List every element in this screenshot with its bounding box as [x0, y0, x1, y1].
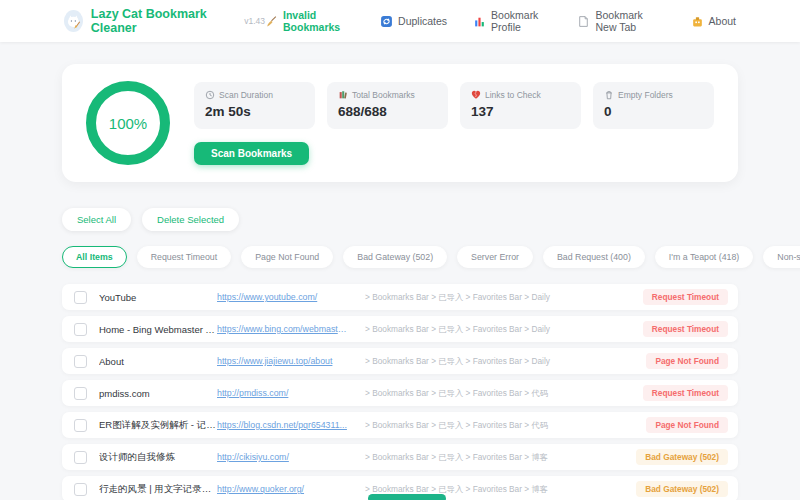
stat-links-to-check: Links to Check 137	[460, 82, 581, 129]
bookmark-row: YouTube https://www.youtube.com/ > Bookm…	[62, 284, 738, 310]
bookmark-folder-path: > Bookmarks Bar > 已导入 > Favorites Bar > …	[365, 356, 646, 367]
row-checkbox[interactable]	[74, 355, 87, 368]
stats-row: Scan Duration 2m 50s Total Book	[194, 82, 714, 129]
filter-chip[interactable]: Page Not Found	[241, 246, 333, 268]
about-icon	[691, 15, 704, 28]
status-badge: Bad Gateway (502)	[636, 449, 728, 465]
bookmark-title: About	[99, 356, 217, 367]
row-checkbox[interactable]	[74, 451, 87, 464]
trash-icon	[604, 90, 614, 100]
row-checkbox[interactable]	[74, 323, 87, 336]
bookmark-folder-path: > Bookmarks Bar > 已导入 > Favorites Bar > …	[365, 420, 646, 431]
bookmark-title: ER图详解及实例解析 - 记忆碎片的...	[99, 419, 217, 432]
scan-progress-ring: 100%	[86, 81, 170, 165]
books-icon	[338, 90, 348, 100]
bookmark-url-link[interactable]: http://pmdiss.com/	[217, 388, 351, 398]
stat-label: Empty Folders	[618, 90, 673, 100]
stat-value: 137	[471, 104, 570, 119]
stat-label: Scan Duration	[219, 90, 273, 100]
status-badge: Request Timeout	[643, 289, 728, 305]
filter-chip[interactable]: Non-standard Error (466)	[763, 246, 800, 268]
bookmark-folder-path: > Bookmarks Bar > 已导入 > Favorites Bar > …	[365, 452, 636, 463]
clock-icon	[205, 90, 215, 100]
row-checkbox[interactable]	[74, 483, 87, 496]
bookmark-url-link[interactable]: http://cikisiyu.com/	[217, 452, 351, 462]
cat-logo-icon	[64, 10, 83, 32]
nav-item-bookmark-profile[interactable]: Bookmark Profile	[473, 9, 551, 33]
nav-item-label: Duplicates	[398, 15, 447, 27]
app-brand: Lazy Cat Bookmark Cleaner v1.43	[64, 7, 265, 35]
bookmark-url-link[interactable]: https://blog.csdn.net/pqr654311...	[217, 420, 351, 430]
bottom-scroll-indicator[interactable]	[368, 494, 446, 500]
bookmark-row: 设计师的自我修炼 http://cikisiyu.com/ > Bookmark…	[62, 444, 738, 470]
app-version: v1.43	[244, 16, 265, 26]
status-badge: Page Not Found	[646, 353, 728, 369]
stat-label: Total Bookmarks	[352, 90, 415, 100]
duplicates-icon	[380, 15, 393, 28]
status-filter-bar: All Items Request Timeout Page Not Found…	[62, 246, 738, 268]
app-title: Lazy Cat Bookmark Cleaner	[91, 7, 232, 35]
scan-progress-value: 100%	[109, 115, 147, 132]
bookmark-url-link[interactable]: https://www.jiajiewu.top/about	[217, 356, 351, 366]
status-badge: Request Timeout	[643, 385, 728, 401]
bookmark-folder-path: > Bookmarks Bar > 已导入 > Favorites Bar > …	[365, 324, 643, 335]
stat-total-bookmarks: Total Bookmarks 688/688	[327, 82, 448, 129]
bookmark-title: pmdiss.com	[99, 388, 217, 399]
broken-heart-icon	[471, 90, 481, 100]
status-badge: Request Timeout	[643, 321, 728, 337]
bookmark-title: YouTube	[99, 292, 217, 303]
top-navbar: Lazy Cat Bookmark Cleaner v1.43 Invalid …	[0, 0, 800, 42]
nav-item-bookmark-new-tab[interactable]: Bookmark New Tab	[577, 9, 664, 33]
select-all-button[interactable]: Select All	[62, 208, 131, 231]
delete-selected-button[interactable]: Delete Selected	[142, 208, 239, 231]
stat-value: 0	[604, 104, 703, 119]
nav-item-label: Bookmark New Tab	[595, 9, 664, 33]
filter-chip[interactable]: Server Error	[457, 246, 533, 268]
filter-chip[interactable]: All Items	[62, 246, 127, 268]
bookmark-title: 行走的风景 | 用文字记录人生的风景	[99, 483, 217, 496]
row-checkbox[interactable]	[74, 387, 87, 400]
bookmark-url-link[interactable]: http://www.quoker.org/	[217, 484, 351, 494]
new-tab-page-icon	[577, 15, 590, 28]
scan-bookmarks-button[interactable]: Scan Bookmarks	[194, 142, 309, 165]
stat-empty-folders: Empty Folders 0	[593, 82, 714, 129]
row-checkbox[interactable]	[74, 419, 87, 432]
bookmark-row: pmdiss.com http://pmdiss.com/ > Bookmark…	[62, 380, 738, 406]
nav-menu: Invalid Bookmarks Duplicates	[265, 9, 736, 33]
filter-chip[interactable]: Request Timeout	[137, 246, 232, 268]
nav-item-label: Bookmark Profile	[491, 9, 551, 33]
status-badge: Bad Gateway (502)	[636, 481, 728, 497]
scan-summary-card: 100% Scan Duration 2m 50s	[62, 64, 738, 182]
bar-chart-icon	[473, 15, 486, 28]
stat-value: 2m 50s	[205, 104, 304, 119]
filter-chip[interactable]: I'm a Teapot (418)	[655, 246, 753, 268]
nav-item-about[interactable]: About	[691, 15, 736, 28]
nav-item-invalid-bookmarks[interactable]: Invalid Bookmarks	[265, 9, 354, 33]
bookmark-folder-path: > Bookmarks Bar > 已导入 > Favorites Bar > …	[365, 292, 643, 303]
bulk-actions: Select All Delete Selected	[62, 208, 738, 231]
stat-label: Links to Check	[485, 90, 541, 100]
bookmark-folder-path: > Bookmarks Bar > 已导入 > Favorites Bar > …	[365, 388, 643, 399]
broom-icon	[265, 15, 278, 28]
bookmark-title: 设计师的自我修炼	[99, 451, 217, 464]
nav-item-label: About	[709, 15, 736, 27]
stat-value: 688/688	[338, 104, 437, 119]
nav-item-duplicates[interactable]: Duplicates	[380, 15, 447, 28]
bookmark-row: ER图详解及实例解析 - 记忆碎片的... https://blog.csdn.…	[62, 412, 738, 438]
bookmark-row: About https://www.jiajiewu.top/about > B…	[62, 348, 738, 374]
bookmark-list: YouTube https://www.youtube.com/ > Bookm…	[62, 284, 738, 500]
bookmark-folder-path: > Bookmarks Bar > 已导入 > Favorites Bar > …	[365, 484, 636, 495]
bookmark-row: Home - Bing Webmaster Tools https://www.…	[62, 316, 738, 342]
stat-scan-duration: Scan Duration 2m 50s	[194, 82, 315, 129]
bookmark-title: Home - Bing Webmaster Tools	[99, 324, 217, 335]
bookmark-url-link[interactable]: https://www.youtube.com/	[217, 292, 351, 302]
nav-item-label: Invalid Bookmarks	[283, 9, 354, 33]
bookmark-url-link[interactable]: https://www.bing.com/webmaster...	[217, 324, 351, 334]
filter-chip[interactable]: Bad Gateway (502)	[343, 246, 447, 268]
status-badge: Page Not Found	[646, 417, 728, 433]
filter-chip[interactable]: Bad Request (400)	[543, 246, 645, 268]
row-checkbox[interactable]	[74, 291, 87, 304]
